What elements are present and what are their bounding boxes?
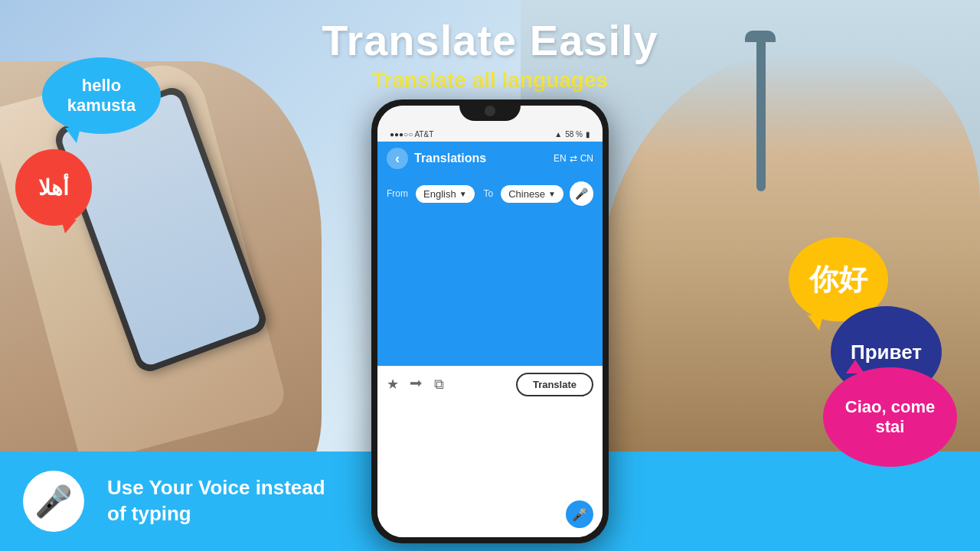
bubble-arabic-text: أهلا [38,175,69,201]
from-label: From [387,188,408,199]
main-title: Translate Easily [0,15,980,65]
battery-icon: ▮ [586,130,590,139]
bubble-italian: Ciao, come stai [823,367,957,467]
lang-indicator: EN ⇄ CN [554,153,593,164]
phone-camera [485,106,495,116]
from-language-dropdown[interactable]: English ▼ [416,185,475,203]
lang-to-code: CN [580,153,593,164]
translation-input-area[interactable] [377,212,603,366]
back-icon: ‹ [395,151,400,167]
center-phone-device: ●●●○○ AT&T ▲ 58 % ▮ ‹ Translations EN ⇄ … [371,99,609,543]
left-hand-decoration [0,61,322,505]
swap-icon[interactable]: ⇄ [570,153,577,164]
bottom-mic-icon: 🎤 [34,484,73,520]
floating-mic-button[interactable]: 🎤 [566,500,593,528]
from-dropdown-arrow: ▼ [459,190,467,198]
floating-mic-icon: 🎤 [572,507,587,522]
translation-output-area: 🎤 [377,403,603,538]
voice-text-line1: Use Your Voice instead [107,475,325,501]
phone-screen: ●●●○○ AT&T ▲ 58 % ▮ ‹ Translations EN ⇄ … [377,106,603,537]
lang-from-code: EN [554,153,567,164]
translate-button[interactable]: Translate [516,373,593,396]
voice-promo-text: Use Your Voice instead of typing [107,475,325,527]
bottom-mic-circle[interactable]: 🎤 [23,471,84,532]
bubble-hello-text: hello kamusta [67,76,136,116]
action-bar: ★ ⮕ ⧉ Translate [377,366,603,403]
phone-notch [459,99,521,121]
copy-icon[interactable]: ⧉ [434,377,444,393]
language-selector-bar: From English ▼ To Chinese ▼ 🎤 [377,175,603,212]
favorite-icon[interactable]: ★ [387,376,399,393]
to-language-dropdown[interactable]: Chinese ▼ [501,185,564,203]
app-title: Translations [414,152,554,165]
app-header: ‹ Translations EN ⇄ CN [377,142,603,175]
battery-label: 58 % [565,130,583,139]
voice-text-line2: of typing [107,501,325,527]
bubble-hello: hello kamusta [42,57,161,134]
header-mic-button[interactable]: 🎤 [570,181,593,206]
bubble-italian-text: Ciao, come stai [845,397,935,437]
bubble-arabic: أهلا [15,149,92,226]
to-dropdown-arrow: ▼ [548,190,556,198]
to-lang-value: Chinese [508,188,545,200]
back-button[interactable]: ‹ [387,148,408,169]
from-lang-value: English [423,188,456,200]
carrier-label: ●●●○○ AT&T [390,130,433,139]
bubble-chinese-text: 你好 [809,260,867,299]
header-mic-icon: 🎤 [575,187,588,200]
wifi-icon: ▲ [554,130,562,139]
to-label: To [484,188,494,199]
share-icon[interactable]: ⮕ [410,377,423,393]
